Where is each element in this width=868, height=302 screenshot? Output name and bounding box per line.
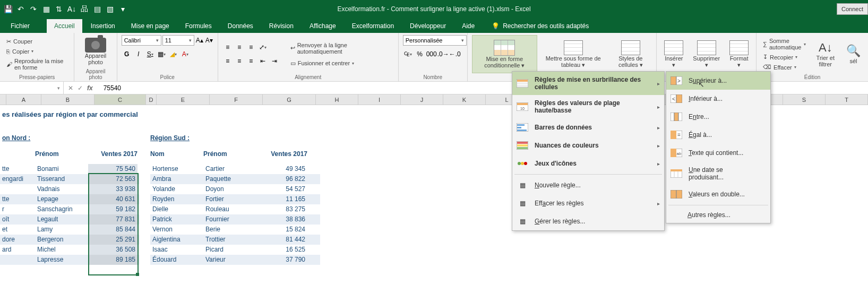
column-header[interactable]: S [783,94,826,105]
qat-icon[interactable]: ▾ [118,4,127,14]
table-row[interactable]: VernonBerie15 824 [150,225,320,235]
cell[interactable]: 81 442 [256,235,307,245]
cell[interactable]: 16 525 [256,245,307,255]
cell[interactable]: 33 938 [88,184,137,194]
align-center-icon[interactable]: ≡ [234,56,245,66]
camera-button[interactable]: Appareil photo [79,35,112,67]
cell[interactable]: 15 824 [256,225,307,235]
cell[interactable]: Rouleau [203,204,256,214]
grow-font-icon[interactable]: A▴ [195,35,204,46]
column-header[interactable]: E [157,94,210,105]
table-row[interactable]: Vadnais33 938 [0,184,140,194]
tab-home[interactable]: Accueil [47,19,82,33]
column-header[interactable]: C [94,94,146,105]
redo-icon[interactable]: ↷ [29,4,38,14]
cell[interactable]: 25 291 [88,235,137,245]
tab-insert[interactable]: Insertion [83,19,123,33]
column-header[interactable]: B [41,94,94,105]
align-middle-icon[interactable]: ≡ [234,42,245,53]
tab-review[interactable]: Révision [262,19,301,33]
menu-new-rule[interactable]: ▦ Nouvelle règle... [512,176,664,194]
select-all-corner[interactable] [0,94,6,105]
cell[interactable]: 96 822 [256,174,307,184]
fx-icon[interactable]: fx [87,84,96,92]
currency-icon[interactable]: ₠ [403,49,414,59]
tab-developer[interactable]: Développeur [402,19,453,33]
underline-button[interactable]: S [145,49,156,59]
align-top-icon[interactable]: ≡ [222,42,233,53]
table-row[interactable]: etLamy85 844 [0,225,140,235]
cell[interactable]: Hortense [150,164,203,174]
align-right-icon[interactable]: ≡ [246,56,256,66]
cell[interactable]: Ambra [150,174,203,184]
cell[interactable]: 89 185 [88,255,137,265]
menu-top-bottom-rules[interactable]: 10 Règles des valeurs de plage haute/bas… [512,95,664,118]
menu-duplicate-values[interactable]: Valeurs en double... [666,185,770,203]
name-box[interactable] [0,82,64,94]
cell[interactable]: 49 345 [256,164,307,174]
qat-icon[interactable]: ⇅ [54,4,64,14]
cell[interactable]: 11 165 [256,194,307,204]
cell[interactable] [0,184,35,194]
column-header[interactable]: H [316,94,358,105]
tab-data[interactable]: Données [220,19,261,33]
menu-clear-rules[interactable]: ▦ Effacer les règles [512,194,664,212]
comma-icon[interactable]: 000 [426,49,437,59]
wrap-text-button[interactable]: ↩Renvoyer à la ligne automatiquement [288,41,394,56]
undo-icon[interactable]: ↶ [16,4,25,14]
column-header[interactable]: J [401,94,443,105]
qat-icon[interactable]: ▦ [41,4,51,14]
cell[interactable]: Bergeron [35,235,88,245]
cell-styles-button[interactable]: Styles de cellules ▾ [609,35,652,73]
cell[interactable]: Vernon [150,225,203,235]
autosum-button[interactable]: ∑Somme automatique [761,37,808,51]
menu-icon-sets[interactable]: Jeux d'icônes [512,154,664,172]
tab-view[interactable]: Affichage [302,19,343,33]
table-row[interactable]: IsaacPicard16 525 [150,245,320,255]
cell[interactable]: Michel [35,245,88,255]
percent-icon[interactable]: % [415,49,425,59]
save-icon[interactable]: 💾 [3,4,13,14]
font-name-combo[interactable]: Calibri [122,35,161,46]
align-left-icon[interactable]: ≡ [222,56,233,66]
orientation-icon[interactable]: ⤢ [257,42,268,53]
cell[interactable]: engardi [0,174,35,184]
qat-icon[interactable]: ▧ [105,4,115,14]
delete-cells-button[interactable]: Supprimer▾ [690,35,723,73]
number-format-combo[interactable]: Personnalisée [403,35,467,46]
cell[interactable]: tte [0,194,35,204]
cell[interactable]: 72 563 [88,174,137,184]
table-row[interactable]: HortenseCartier49 345 [150,164,320,174]
cell[interactable]: et [0,225,35,235]
cell[interactable] [0,255,35,265]
tab-formulas[interactable]: Formules [178,19,219,33]
cell[interactable]: Lamy [35,225,88,235]
copy-button[interactable]: ⎘Copier [4,47,70,56]
find-select-button[interactable]: 🔍sél [843,35,864,73]
cell[interactable]: 36 508 [88,245,137,255]
cell[interactable]: oît [0,214,35,225]
sort-filter-button[interactable]: A↓Trier et filtrer [811,35,840,73]
cell[interactable]: Dielle [150,204,203,214]
connect-button[interactable]: Connect [837,3,868,15]
column-header[interactable]: I [358,94,401,105]
menu-date-occurring[interactable]: Une date se produisant... [666,162,770,185]
cell[interactable]: 75 540 [88,164,137,174]
menu-text-contains[interactable]: ab Texte qui contient... [666,144,770,162]
conditional-formatting-button[interactable]: Mise en forme conditionnelle ▾ [472,35,537,73]
cell[interactable]: Aiglentina [150,235,203,245]
table-row[interactable]: Lapresse89 185 [0,255,140,265]
cell[interactable]: 38 836 [256,214,307,225]
increase-decimal-icon[interactable]: .0→ [438,49,449,59]
tab-file[interactable]: Fichier [3,19,46,33]
cell[interactable]: Legault [35,214,88,225]
cell[interactable]: Fortier [203,194,256,204]
qat-icon[interactable]: A↓ [67,4,76,14]
cell[interactable]: Berie [203,225,256,235]
column-header[interactable]: G [263,94,316,105]
cell[interactable]: Paquette [203,174,256,184]
clear-button[interactable]: ⌫Effacer [761,63,808,72]
menu-less-than[interactable]: < Inférieur à... [666,90,770,108]
cell[interactable]: tte [0,164,35,174]
column-header[interactable]: F [210,94,263,105]
